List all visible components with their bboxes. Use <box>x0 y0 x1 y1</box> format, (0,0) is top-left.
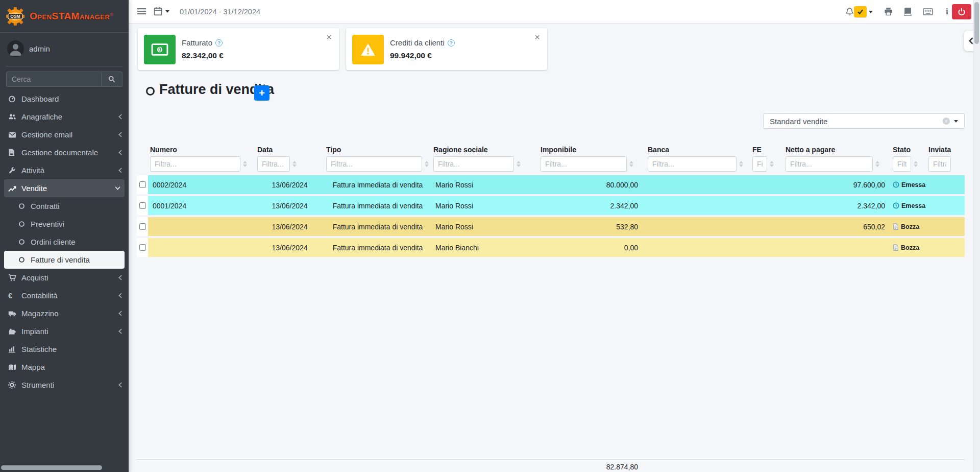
chevron-left-icon <box>968 37 973 44</box>
widget-crediti: Crediti da clienti ? 99.942,00 € × <box>346 28 547 70</box>
gauge-icon <box>8 95 16 103</box>
sidebar-item-contabilita[interactable]: € Contabilità <box>0 287 129 304</box>
sidebar-item-strumenti[interactable]: Strumenti <box>0 376 129 394</box>
filter-input-numero[interactable] <box>150 156 240 172</box>
sort-control[interactable] <box>517 161 521 167</box>
bell-icon <box>845 7 854 16</box>
table-row[interactable]: 0002/2024 13/06/2024 Fattura immediata d… <box>137 175 965 194</box>
sidebar-item-contratti[interactable]: Contratti <box>0 197 129 215</box>
sort-control[interactable] <box>292 161 297 167</box>
shortcuts-button[interactable] <box>923 8 933 15</box>
filter-input-stato[interactable] <box>893 156 911 172</box>
sidebar-item-ordini-cliente[interactable]: Ordini cliente <box>0 233 129 251</box>
sort-control[interactable] <box>243 161 247 167</box>
sidebar-item-anagrafiche[interactable]: Anagrafiche <box>0 108 129 126</box>
sidebar-item-dashboard[interactable]: Dashboard <box>0 90 129 108</box>
cell-ragione-sociale: Mario Rossi <box>431 175 538 194</box>
column-header[interactable]: Ragione sociale <box>431 145 538 155</box>
sidebar-item-acquisti[interactable]: Acquisti <box>0 269 129 287</box>
page-scrollbar-track[interactable] <box>973 0 980 472</box>
printer-icon <box>884 7 893 16</box>
column-header[interactable]: Stato <box>891 145 926 155</box>
column-header[interactable]: Banca <box>646 145 750 155</box>
row-checkbox[interactable] <box>139 181 146 188</box>
column-header[interactable]: Tipo <box>324 145 431 155</box>
sidebar-item-vendite[interactable]: Vendite <box>4 179 125 197</box>
column-header[interactable]: Data <box>255 145 324 155</box>
clear-icon[interactable]: × <box>943 117 950 125</box>
tasks-caret-button[interactable] <box>869 11 873 13</box>
brand-registered-mark: ® <box>110 12 113 17</box>
filter-input-netto[interactable] <box>786 156 873 172</box>
segment-select[interactable]: Standard vendite × <box>763 113 965 129</box>
help-icon[interactable]: ? <box>215 39 223 46</box>
logout-button[interactable] <box>952 4 971 19</box>
cell-data: 13/06/2024 <box>255 196 324 215</box>
filter-input-imponibile[interactable] <box>541 156 627 172</box>
sidebar-item-magazzino[interactable]: Magazzino <box>0 304 129 322</box>
users-icon <box>8 113 16 121</box>
widget-label: Fatturato <box>182 38 212 47</box>
table-filter-row <box>137 156 965 172</box>
table-row[interactable]: 13/06/2024 Fattura immediata di vendita … <box>137 238 965 257</box>
user-name[interactable]: admin <box>29 44 50 53</box>
cell-inviata <box>926 238 965 257</box>
search-button[interactable] <box>101 72 122 87</box>
sidebar-item-impianti[interactable]: Impianti <box>0 322 129 340</box>
circle-icon <box>18 256 25 263</box>
sidebar-toggle-button[interactable] <box>137 7 146 15</box>
add-invoice-button[interactable]: + <box>254 85 270 101</box>
chevron-left-icon <box>118 328 122 334</box>
sort-control[interactable] <box>770 161 774 167</box>
column-header[interactable]: Inviata <box>926 145 965 155</box>
help-icon[interactable]: ? <box>448 39 455 46</box>
sidebar-item-label: Impianti <box>21 327 48 336</box>
plus-icon: + <box>259 87 265 99</box>
filter-input-banca[interactable] <box>648 156 737 172</box>
filter-input-inviata[interactable] <box>928 156 951 172</box>
column-header[interactable]: Numero <box>148 145 255 155</box>
sort-control[interactable] <box>629 161 633 167</box>
row-checkbox[interactable] <box>139 244 146 251</box>
print-button[interactable] <box>884 7 893 16</box>
sidebar-item-gestione-documentale[interactable]: Gestione documentale <box>0 144 129 161</box>
caret-down-icon <box>165 10 169 13</box>
filter-input-data[interactable] <box>257 156 290 172</box>
search-input[interactable] <box>6 72 101 87</box>
sidebar-item-mappa[interactable]: Mappa <box>0 358 129 376</box>
column-header[interactable]: Imponibile <box>538 145 646 155</box>
avatar[interactable] <box>7 40 24 57</box>
row-checkbox[interactable] <box>139 202 146 209</box>
close-icon[interactable]: × <box>534 32 540 42</box>
sidebar-item-statistiche[interactable]: Statistiche <box>0 340 129 358</box>
period-picker-button[interactable] <box>154 7 169 16</box>
sort-control[interactable] <box>875 161 879 167</box>
sidebar-item-attivita[interactable]: Attività <box>0 161 129 179</box>
row-checkbox[interactable] <box>139 223 146 230</box>
docs-button[interactable] <box>903 7 912 16</box>
sidebar-scrollbar-thumb[interactable] <box>1 465 102 470</box>
table-row[interactable]: 0001/2024 13/06/2024 Fattura immediata d… <box>137 196 965 215</box>
sort-control[interactable] <box>425 161 429 167</box>
sort-control[interactable] <box>739 161 743 167</box>
date-range[interactable]: 01/01/2024 - 31/12/2024 <box>180 0 260 23</box>
close-icon[interactable]: × <box>326 32 332 42</box>
brand[interactable]: OSM OpenSTAManager® <box>0 0 129 33</box>
notifications-button[interactable] <box>845 7 854 16</box>
sidebar-item-fatture-di-vendita[interactable]: Fatture di vendita <box>4 251 125 269</box>
tasks-check-button[interactable] <box>854 6 867 17</box>
sort-control[interactable] <box>914 161 918 167</box>
sidebar-item-preventivi[interactable]: Preventivi <box>0 215 129 233</box>
column-header[interactable]: Netto a pagare <box>783 145 891 155</box>
page-scrollbar-thumb[interactable] <box>974 2 979 44</box>
table-row[interactable]: 13/06/2024 Fattura immediata di vendita … <box>137 217 965 236</box>
info-button[interactable]: i <box>946 7 948 17</box>
column-header[interactable]: FE <box>750 145 783 155</box>
filter-input-tipo[interactable] <box>326 156 422 172</box>
sidebar-item-label: Fatture di vendita <box>31 255 90 264</box>
filter-input-fe[interactable] <box>752 156 767 172</box>
sidebar-item-gestione-email[interactable]: Gestione email <box>0 126 129 144</box>
file-icon <box>8 149 15 156</box>
sidebar-item-label: Gestione email <box>21 130 72 139</box>
filter-input-ragione-sociale[interactable] <box>433 156 514 172</box>
